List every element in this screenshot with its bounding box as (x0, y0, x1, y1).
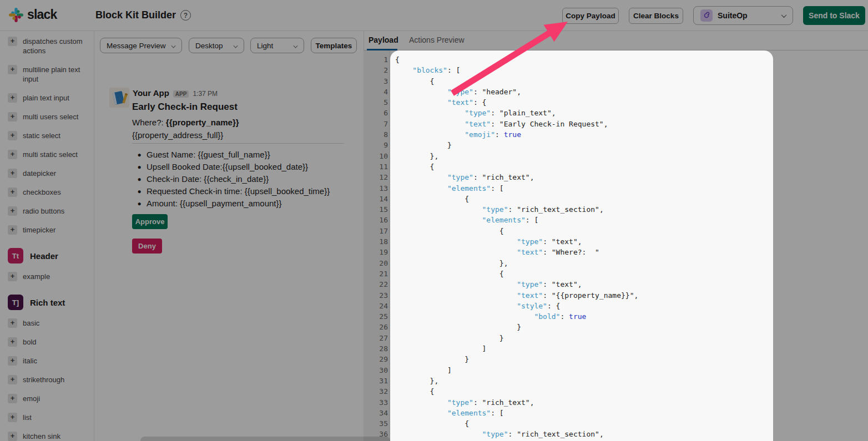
json-key: "bold" (534, 312, 560, 321)
json-key: "text" (465, 120, 491, 128)
code-line: } (395, 333, 773, 343)
json-key: "text" (517, 291, 543, 300)
code-line: { (395, 226, 773, 236)
json-text: : [ (526, 216, 538, 224)
json-key: "text" (447, 98, 473, 107)
json-text: { (395, 419, 469, 428)
json-text: : "text", (543, 237, 582, 246)
json-text (395, 398, 447, 407)
json-text: : [ (491, 409, 503, 417)
json-key: "elements" (482, 216, 526, 224)
json-key: "type" (482, 430, 508, 438)
json-text (395, 409, 447, 417)
code-line: "blocks": [ (395, 65, 773, 75)
code-line: } (395, 322, 773, 332)
code-line: "text": "{{property_name}}", (395, 290, 773, 301)
code-line: "type": "text", (395, 279, 773, 290)
json-text: : [ (447, 66, 460, 74)
json-text: { (395, 163, 434, 171)
json-text (395, 280, 517, 288)
json-text (395, 248, 517, 256)
json-text: { (395, 387, 434, 396)
json-text (395, 130, 465, 139)
code-line: { (395, 54, 773, 65)
code-line: }, (395, 376, 773, 386)
json-text: ] (395, 366, 452, 374)
json-text: : (560, 312, 569, 321)
json-text (395, 109, 465, 117)
json-key: "type" (465, 109, 491, 117)
code-line: "type": "rich_text_section", (395, 429, 773, 439)
json-text: : "Where?: " (543, 248, 599, 256)
json-key: "type" (447, 173, 473, 181)
code-line: { (395, 268, 773, 279)
code-line: { (395, 418, 773, 429)
json-text: : "rich_text", (473, 173, 534, 181)
tour-tooltip-edge (140, 437, 390, 441)
json-text (395, 312, 534, 321)
code-line: "type": "rich_text", (395, 172, 773, 183)
json-key: "elements" (447, 184, 491, 192)
payload-code-editor[interactable]: { "blocks": [ { "type": "header", "text"… (390, 50, 773, 441)
json-key: "type" (517, 280, 543, 288)
code-line: "type": "header", (395, 87, 773, 97)
json-text: : { (473, 98, 486, 107)
json-text: { (395, 55, 400, 64)
json-text (395, 173, 447, 181)
code-line: "elements": [ (395, 215, 773, 225)
code-line: "type": "rich_text", (395, 397, 773, 408)
code-line: ] (395, 343, 773, 354)
code-line: }, (395, 258, 773, 268)
code-line: "style": { (395, 301, 773, 311)
json-text: : "Early Check-in Request", (491, 120, 608, 128)
code-line: "text": { (395, 97, 773, 108)
json-text (395, 98, 447, 107)
json-text: : "rich_text_section", (508, 205, 604, 214)
json-key: "blocks" (412, 66, 447, 74)
json-text: ] (395, 344, 486, 353)
code-line: ] (395, 365, 773, 376)
code-line: "bold": true (395, 311, 773, 322)
json-text (395, 216, 482, 224)
json-text: : "rich_text", (473, 398, 534, 407)
json-text: : "{{property_name}}", (543, 291, 638, 300)
json-text: : "rich_text_section", (508, 430, 604, 438)
json-text: { (395, 227, 504, 235)
json-boolean: true (504, 130, 521, 139)
json-text: { (395, 195, 469, 203)
code-line: { (395, 386, 773, 397)
code-line: "text": "Where?: " (395, 247, 773, 257)
json-text: } (395, 334, 504, 342)
code-line: "elements": [ (395, 183, 773, 194)
json-text: : "text", (543, 280, 582, 288)
block-kit-builder-app: slack Block Kit Builder ? Copy Payload C… (0, 0, 868, 441)
code-line: { (395, 76, 773, 87)
code-line: { (395, 161, 773, 172)
json-text: }, (395, 152, 438, 160)
json-key: "emoji" (465, 130, 495, 139)
code-line: } (395, 140, 773, 150)
code-line: "type": "rich_text_section", (395, 204, 773, 215)
code-line: "text": "Early Check-in Request", (395, 119, 773, 129)
json-text: } (395, 141, 452, 149)
json-text (395, 291, 517, 300)
code-line: "elements": [ (395, 408, 773, 418)
json-text: }, (395, 259, 508, 267)
code-line: { (395, 194, 773, 204)
json-text: } (395, 323, 521, 331)
json-text: { (395, 270, 504, 278)
json-text (395, 66, 412, 74)
code-line: }, (395, 151, 773, 161)
json-key: "text" (517, 248, 543, 256)
code-line: } (395, 354, 773, 364)
json-key: "type" (447, 398, 473, 407)
json-text: } (395, 355, 469, 363)
json-text: : [ (491, 184, 503, 192)
json-key: "type" (482, 205, 508, 214)
json-text: : { (547, 302, 560, 310)
json-text (395, 88, 447, 96)
json-text: : "plain_text", (491, 109, 556, 117)
json-boolean: true (569, 312, 586, 321)
json-text (395, 237, 517, 246)
json-text (395, 120, 465, 128)
